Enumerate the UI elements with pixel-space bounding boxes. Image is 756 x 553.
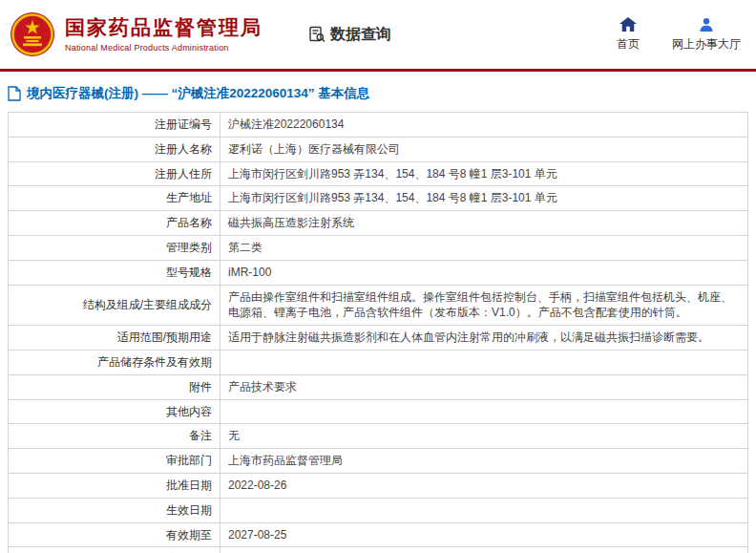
nav-service-hall-label: 网上办事大厅 (672, 36, 741, 53)
row-label: 变更情况 (9, 547, 220, 553)
row-label: 结构及组成/主要组成成分 (9, 285, 220, 326)
row-label: 注册人名称 (9, 137, 220, 161)
row-label: 管理类别 (9, 235, 220, 260)
home-icon (620, 17, 637, 32)
row-value: 上海市闵行区剑川路953 弄134、154、184 号8 幢1 层3-101 单… (220, 161, 748, 186)
row-label: 注册人住所 (9, 161, 220, 186)
org-name-en: National Medical Products Administration (65, 43, 262, 53)
row-label: 审批部门 (9, 449, 220, 474)
row-value: 沪械注准20222060134 (220, 113, 748, 138)
row-value (220, 350, 748, 374)
table-row: 产品名称磁共振高压造影注射系统 (9, 211, 748, 236)
row-label: 型号规格 (9, 260, 220, 285)
row-value: 上海市药品监督管理局 (220, 449, 748, 474)
table-row: 附件产品技术要求 (9, 374, 748, 399)
org-title-block: 国家药品监督管理局 National Medical Products Admi… (65, 16, 262, 53)
row-label: 产品储存条件及有效期 (9, 350, 220, 374)
row-value: 第二类 (220, 235, 748, 260)
row-label: 注册证编号 (9, 113, 220, 138)
document-icon (8, 86, 21, 101)
row-label: 备注 (9, 424, 220, 449)
table-row: 生产地址上海市闵行区剑川路953 弄134、154、184 号8 幢1 层3-1… (9, 186, 748, 211)
table-row: 生效日期 (9, 498, 748, 522)
row-value: 逻利诺（上海）医疗器械有限公司 (220, 137, 748, 161)
table-row: 管理类别第二类 (9, 235, 748, 260)
nav-home-label: 首页 (617, 36, 640, 53)
row-value: 2022-08-26 (220, 473, 748, 498)
row-value: 产品由操作室组件和扫描室组件组成。操作室组件包括控制台、手柄，扫描室组件包括机头… (220, 285, 748, 326)
header-right-nav: 首页 网上办事大厅 (617, 17, 741, 53)
table-row: 批准日期2022-08-26 (9, 473, 748, 498)
table-row: 适用范围/预期用途适用于静脉注射磁共振造影剂和在人体血管内注射常用的冲刷液，以满… (9, 326, 748, 351)
nav-service-hall[interactable]: 网上办事大厅 (672, 17, 741, 53)
table-row: 有效期至2027-08-25 (9, 522, 748, 547)
row-value (220, 498, 748, 522)
main-content: 境内医疗器械(注册) —— “沪械注准20222060134” 基本信息 注册证… (0, 72, 756, 553)
table-row: 产品储存条件及有效期 (9, 350, 748, 374)
table-row: 备注无 (9, 424, 748, 449)
table-row: 型号规格iMR-100 (9, 260, 748, 285)
row-label: 适用范围/预期用途 (9, 326, 220, 351)
table-row: 其他内容 (9, 399, 748, 424)
site-header: 国家药品监督管理局 National Medical Products Admi… (0, 0, 756, 72)
row-label: 有效期至 (9, 522, 220, 547)
row-value: 适用于静脉注射磁共振造影剂和在人体血管内注射常用的冲刷液，以满足磁共振扫描诊断需… (220, 326, 748, 351)
nav-data-query[interactable]: 数据查询 (308, 25, 391, 45)
person-icon (699, 17, 714, 32)
page-title: 境内医疗器械(注册) —— “沪械注准20222060134” 基本信息 (8, 72, 748, 112)
row-value (220, 399, 748, 424)
table-row: 审批部门上海市药品监督管理局 (9, 449, 748, 474)
table-row: 结构及组成/主要组成成分产品由操作室组件和扫描室组件组成。操作室组件包括控制台、… (9, 285, 748, 326)
row-label: 其他内容 (9, 399, 220, 424)
table-row: 注册人名称逻利诺（上海）医疗器械有限公司 (9, 137, 748, 161)
row-value: 产品技术要求 (220, 374, 748, 399)
row-value: 无 (220, 424, 748, 449)
row-value: 磁共振高压造影注射系统 (220, 211, 748, 236)
org-name-cn: 国家药品监督管理局 (65, 16, 262, 39)
nav-data-query-label: 数据查询 (330, 25, 391, 45)
row-label: 生效日期 (9, 498, 220, 522)
registration-info-table-body: 注册证编号沪械注准20222060134注册人名称逻利诺（上海）医疗器械有限公司… (9, 113, 748, 553)
row-value (220, 547, 748, 553)
row-label: 附件 (9, 374, 220, 399)
data-query-icon (308, 26, 326, 43)
row-value: 上海市闵行区剑川路953 弄134、154、184 号8 幢1 层3-101 单… (220, 186, 748, 211)
national-emblem-logo (10, 11, 55, 57)
row-value: 2027-08-25 (220, 522, 748, 547)
table-row: 变更情况 (9, 547, 748, 553)
page-title-text: 境内医疗器械(注册) —— “沪械注准20222060134” 基本信息 (27, 85, 369, 102)
table-row: 注册证编号沪械注准20222060134 (9, 113, 748, 138)
row-value: iMR-100 (220, 260, 748, 285)
nav-home[interactable]: 首页 (617, 17, 640, 53)
table-row: 注册人住所上海市闵行区剑川路953 弄134、154、184 号8 幢1 层3-… (9, 161, 748, 186)
row-label: 生产地址 (9, 186, 220, 211)
row-label: 产品名称 (9, 211, 220, 236)
row-label: 批准日期 (9, 473, 220, 498)
registration-info-table: 注册证编号沪械注准20222060134注册人名称逻利诺（上海）医疗器械有限公司… (8, 112, 748, 553)
